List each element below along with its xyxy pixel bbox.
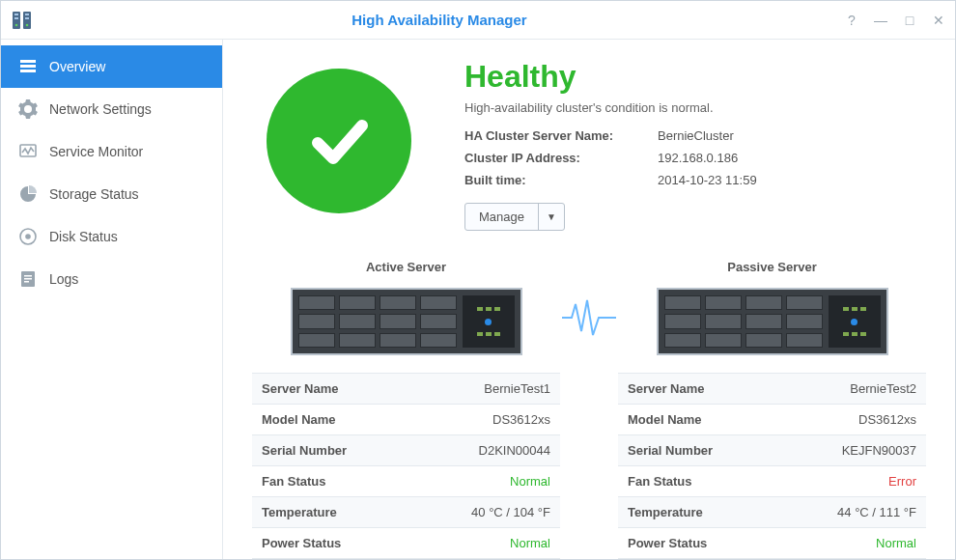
cluster-info: HA Cluster Server Name: BernieCluster Cl… — [464, 128, 926, 187]
spec-value: Normal — [876, 536, 916, 550]
spec-row: Model NameDS3612xs — [618, 405, 926, 435]
active-server-specs: Server NameBernieTest1Model NameDS3612xs… — [252, 373, 560, 559]
spec-key: Server Name — [628, 381, 705, 396]
manage-button-label: Manage — [465, 204, 538, 230]
spec-row: Temperature40 °C / 104 °F — [252, 497, 560, 528]
window-controls: ? — □ ✕ — [845, 14, 945, 27]
spec-value: 44 °C / 111 °F — [837, 505, 916, 519]
cluster-ip-value: 192.168.0.186 — [658, 151, 926, 165]
spec-row: Temperature44 °C / 111 °F — [618, 497, 926, 528]
sidebar-item-label: Disk Status — [49, 229, 118, 244]
cluster-name-value: BernieCluster — [658, 128, 926, 143]
svg-rect-16 — [24, 278, 32, 280]
status-description: High-availability cluster's condition is… — [464, 100, 926, 115]
app-icon — [11, 9, 34, 32]
spec-key: Server Name — [262, 381, 339, 396]
cluster-name-label: HA Cluster Server Name: — [464, 128, 658, 143]
sidebar-item-disk-status[interactable]: Disk Status — [1, 215, 222, 258]
passive-server-heading: Passive Server — [618, 260, 926, 274]
cluster-ip-label: Cluster IP Address: — [464, 151, 658, 165]
spec-row: Power StatusNormal — [618, 528, 926, 559]
sidebar-item-label: Network Settings — [49, 101, 152, 117]
built-time-value: 2014-10-23 11:59 — [658, 173, 926, 187]
sidebar-item-label: Service Monitor — [49, 144, 143, 159]
status-info: Healthy High-availability cluster's cond… — [464, 59, 926, 231]
svg-rect-10 — [20, 70, 36, 72]
spec-row: Power StatusNormal — [252, 528, 560, 559]
server-illustration — [618, 288, 926, 355]
spec-key: Temperature — [262, 505, 337, 519]
svg-rect-9 — [20, 65, 36, 68]
sidebar-item-service-monitor[interactable]: Service Monitor — [1, 130, 222, 173]
passive-server-column: Passive Server — [618, 260, 926, 559]
spec-row: Server NameBernieTest1 — [252, 374, 560, 405]
svg-rect-4 — [14, 17, 18, 19]
server-illustration — [252, 288, 560, 355]
spec-key: Model Name — [262, 412, 336, 427]
titlebar: High Availability Manager ? — □ ✕ — [1, 1, 955, 40]
spec-key: Temperature — [628, 505, 703, 519]
svg-point-6 — [15, 23, 18, 26]
spec-value: KEJFN90037 — [842, 443, 916, 458]
svg-point-7 — [26, 23, 29, 26]
sidebar-item-overview[interactable]: Overview — [1, 45, 222, 88]
overview-icon — [18, 57, 38, 76]
sidebar: Overview Network Settings Service Monito… — [1, 40, 223, 559]
svg-rect-2 — [14, 14, 18, 15]
svg-point-13 — [26, 235, 30, 238]
spec-value: Normal — [510, 474, 550, 489]
spec-row: Fan StatusNormal — [252, 466, 560, 497]
close-icon[interactable]: ✕ — [932, 14, 945, 27]
content: Healthy High-availability cluster's cond… — [223, 40, 955, 559]
logs-icon — [18, 269, 38, 289]
help-icon[interactable]: ? — [845, 14, 858, 27]
svg-rect-15 — [24, 275, 32, 277]
spec-key: Serial Number — [262, 443, 347, 458]
spec-key: Power Status — [628, 536, 707, 550]
passive-server-specs: Server NameBernieTest2Model NameDS3612xs… — [618, 373, 926, 559]
spec-row: Model NameDS3612xs — [252, 405, 560, 435]
chevron-down-icon[interactable]: ▼ — [538, 204, 564, 230]
healthy-check-icon — [267, 69, 411, 213]
svg-rect-5 — [25, 17, 29, 19]
active-server-heading: Active Server — [252, 260, 560, 274]
spec-row: Server NameBernieTest2 — [618, 374, 926, 405]
servers-row: Active Server — [252, 260, 926, 559]
svg-rect-8 — [20, 60, 36, 63]
sidebar-item-label: Overview — [49, 59, 105, 74]
svg-rect-17 — [24, 281, 29, 283]
sidebar-item-label: Logs — [49, 271, 78, 287]
spec-value: D2KIN00044 — [479, 443, 550, 458]
spec-value: Error — [888, 474, 916, 489]
maximize-icon[interactable]: □ — [903, 14, 916, 27]
built-time-label: Built time: — [464, 173, 658, 187]
active-server-column: Active Server — [252, 260, 560, 559]
spec-value: BernieTest1 — [484, 381, 550, 396]
spec-key: Serial Number — [628, 443, 713, 458]
status-header: Healthy High-availability cluster's cond… — [252, 59, 926, 231]
status-title: Healthy — [464, 59, 926, 95]
app-window: High Availability Manager ? — □ ✕ Overvi… — [0, 0, 956, 560]
spec-value: DS3612xs — [492, 412, 550, 427]
sidebar-item-storage-status[interactable]: Storage Status — [1, 173, 222, 215]
spec-key: Fan Status — [262, 474, 325, 489]
status-icon-wrap — [252, 59, 426, 213]
spec-value: Normal — [510, 536, 550, 550]
sidebar-item-label: Storage Status — [49, 186, 139, 202]
monitor-icon — [18, 142, 38, 161]
minimize-icon[interactable]: — — [874, 14, 887, 27]
svg-rect-3 — [25, 14, 29, 15]
pie-icon — [18, 184, 38, 204]
heartbeat-icon — [560, 260, 618, 337]
gear-icon — [18, 99, 38, 119]
manage-button[interactable]: Manage ▼ — [464, 203, 565, 231]
spec-value: 40 °C / 104 °F — [471, 505, 550, 519]
spec-row: Fan StatusError — [618, 466, 926, 497]
spec-value: BernieTest2 — [850, 381, 916, 396]
sidebar-item-network[interactable]: Network Settings — [1, 88, 222, 130]
spec-row: Serial NumberD2KIN00044 — [252, 435, 560, 466]
disk-icon — [18, 227, 38, 246]
spec-row: Serial NumberKEJFN90037 — [618, 435, 926, 466]
sidebar-item-logs[interactable]: Logs — [1, 258, 222, 300]
spec-key: Power Status — [262, 536, 341, 550]
